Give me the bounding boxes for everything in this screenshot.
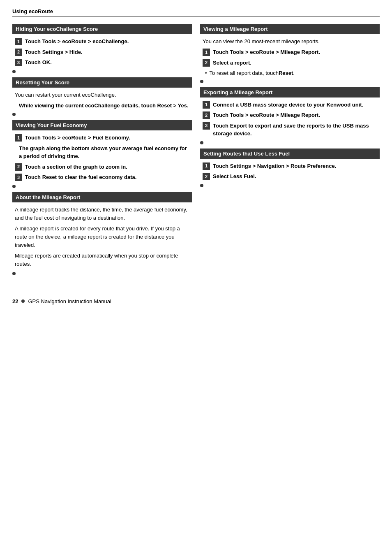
step-num-3: 3 bbox=[15, 59, 22, 66]
reset-bold: Reset bbox=[279, 69, 293, 77]
step-routes-1-text: Touch Settings > Navigation > Route Pref… bbox=[213, 162, 336, 170]
step-routes-1: 1 Touch Settings > Navigation > Route Pr… bbox=[203, 162, 377, 170]
section-about-mileage: About the Mileage Report A mileage repor… bbox=[12, 192, 192, 274]
step-num-fuel-1: 1 bbox=[15, 134, 22, 142]
step-fuel-1: 1 Touch Tools > ecoRoute > Fuel Economy. bbox=[15, 134, 189, 142]
step-routes-2-text: Select Less Fuel. bbox=[213, 172, 256, 181]
section-viewing-mileage: Viewing a Mileage Report You can view th… bbox=[200, 24, 380, 81]
right-column: Viewing a Mileage Report You can view th… bbox=[200, 24, 380, 279]
step-fuel-2-text: Touch a section of the graph to zoom in. bbox=[25, 163, 127, 171]
about-mileage-p3: Mileage reports are created automaticall… bbox=[15, 252, 189, 268]
section-resetting-score-header: Resetting Your Score bbox=[12, 77, 192, 88]
step-num-fuel-2: 2 bbox=[15, 163, 22, 171]
step-num-2: 2 bbox=[15, 49, 22, 56]
step-hiding-2: 2 Touch Settings > Hide. bbox=[15, 48, 189, 56]
section-viewing-mileage-body: You can view the 20 most-recent mileage … bbox=[200, 37, 380, 81]
footer-page-number: 22 bbox=[12, 298, 18, 304]
step-hiding-1-text: Touch Tools > ecoRoute > ecoChallenge. bbox=[25, 37, 129, 46]
footer-dot-icon bbox=[21, 299, 25, 303]
step-num-fuel-3: 3 bbox=[15, 174, 22, 181]
section-exporting-mileage: Exporting a Mileage Report 1 Connect a U… bbox=[200, 87, 380, 143]
section-resetting-score-body: You can restart your current ecoChalleng… bbox=[12, 91, 192, 115]
step-fuel-1-text: Touch Tools > ecoRoute > Fuel Economy. bbox=[25, 134, 130, 142]
section-resetting-score: Resetting Your Score You can restart you… bbox=[12, 77, 192, 115]
section-resetting-bullet bbox=[12, 113, 16, 116]
step-viewing-1: 1 Touch Tools > ecoRoute > Mileage Repor… bbox=[203, 48, 377, 56]
section-viewing-mileage-header: Viewing a Mileage Report bbox=[200, 24, 380, 34]
step-fuel-3: 3 Touch Reset to clear the fuel economy … bbox=[15, 173, 189, 181]
step-fuel-3-text: Touch Reset to clear the fuel economy da… bbox=[25, 173, 136, 181]
section-routes-bullet bbox=[200, 184, 203, 187]
step-exporting-3-text: Touch Export to export and save the repo… bbox=[213, 122, 377, 138]
section-exporting-mileage-body: 1 Connect a USB mass storage device to y… bbox=[200, 101, 380, 143]
viewing-mileage-intro: You can view the 20 most-recent mileage … bbox=[203, 37, 377, 46]
section-fuel-economy: Viewing Your Fuel Economy 1 Touch Tools … bbox=[12, 120, 192, 186]
step-num-exporting-1: 1 bbox=[203, 101, 210, 109]
step-viewing-2: 2 Select a report. bbox=[203, 59, 377, 67]
step-exporting-3: 3 Touch Export to export and save the re… bbox=[203, 122, 377, 138]
section-setting-routes: Setting Routes that Use Less Fuel 1 Touc… bbox=[200, 149, 380, 186]
section-exporting-mileage-header: Exporting a Mileage Report bbox=[200, 87, 380, 97]
step-viewing-2-text: Select a report. bbox=[213, 59, 251, 67]
step-routes-2: 2 Select Less Fuel. bbox=[203, 172, 377, 181]
section-fuel-economy-header: Viewing Your Fuel Economy bbox=[12, 120, 192, 130]
resetting-intro: You can restart your current ecoChalleng… bbox=[15, 91, 189, 99]
step-num-viewing-1: 1 bbox=[203, 49, 210, 56]
left-column: Hiding Your ecoChallenge Score 1 Touch T… bbox=[12, 24, 192, 279]
footer-text: GPS Navigation Instruction Manual bbox=[28, 298, 111, 304]
step-exporting-1-text: Connect a USB mass storage device to you… bbox=[213, 101, 363, 109]
section-fuel-economy-body: 1 Touch Tools > ecoRoute > Fuel Economy.… bbox=[12, 134, 192, 186]
section-hiding-bullet bbox=[12, 70, 16, 73]
about-mileage-p1: A mileage report tracks the distance, th… bbox=[15, 206, 189, 222]
step-viewing-1-text: Touch Tools > ecoRoute > Mileage Report. bbox=[213, 48, 320, 56]
step-exporting-2: 2 Touch Tools > ecoRoute > Mileage Repor… bbox=[203, 111, 377, 119]
section-hiding-score-header: Hiding Your ecoChallenge Score bbox=[12, 24, 192, 34]
fuel-note: The graph along the bottom shows your av… bbox=[19, 144, 189, 160]
step-hiding-3: 3 Touch OK. bbox=[15, 58, 189, 67]
step-hiding-3-text: Touch OK. bbox=[25, 58, 52, 67]
section-setting-routes-header: Setting Routes that Use Less Fuel bbox=[200, 149, 380, 159]
viewing-mileage-bullet-note: To reset all report data, touch Reset. bbox=[205, 69, 377, 77]
section-about-mileage-body: A mileage report tracks the distance, th… bbox=[12, 206, 192, 274]
section-exporting-bullet bbox=[200, 141, 203, 144]
step-num-viewing-2: 2 bbox=[203, 59, 210, 67]
about-mileage-p2: A mileage report is created for every ro… bbox=[15, 225, 189, 249]
step-num-1: 1 bbox=[15, 38, 22, 45]
section-setting-routes-body: 1 Touch Settings > Navigation > Route Pr… bbox=[200, 162, 380, 186]
step-exporting-2-text: Touch Tools > ecoRoute > Mileage Report. bbox=[213, 111, 320, 119]
page-header: Using ecoRoute bbox=[12, 8, 380, 16]
step-num-exporting-3: 3 bbox=[203, 122, 210, 130]
page-header-title: Using ecoRoute bbox=[12, 8, 53, 14]
section-hiding-score-body: 1 Touch Tools > ecoRoute > ecoChallenge.… bbox=[12, 37, 192, 72]
section-fuel-bullet bbox=[12, 185, 16, 188]
step-num-routes-2: 2 bbox=[203, 173, 210, 180]
step-hiding-1: 1 Touch Tools > ecoRoute > ecoChallenge. bbox=[15, 37, 189, 46]
section-about-mileage-header: About the Mileage Report bbox=[12, 192, 192, 202]
section-hiding-score: Hiding Your ecoChallenge Score 1 Touch T… bbox=[12, 24, 192, 72]
step-fuel-2: 2 Touch a section of the graph to zoom i… bbox=[15, 163, 189, 171]
step-num-routes-1: 1 bbox=[203, 162, 210, 170]
resetting-note: While viewing the current ecoChallenge d… bbox=[19, 102, 189, 110]
step-num-exporting-2: 2 bbox=[203, 111, 210, 119]
section-viewing-bullet bbox=[200, 80, 203, 83]
page-footer: 22 GPS Navigation Instruction Manual bbox=[12, 296, 380, 304]
step-hiding-2-text: Touch Settings > Hide. bbox=[25, 48, 83, 56]
step-exporting-1: 1 Connect a USB mass storage device to y… bbox=[203, 101, 377, 109]
section-about-bullet bbox=[12, 272, 16, 275]
